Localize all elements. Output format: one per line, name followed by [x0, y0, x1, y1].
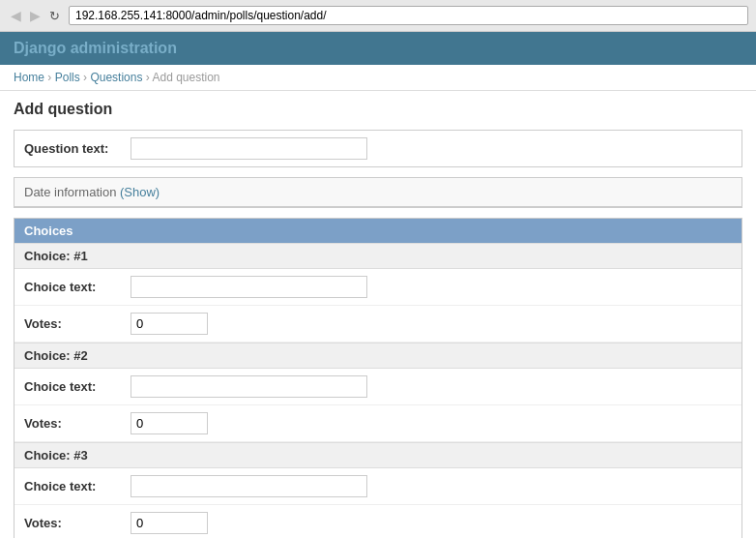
choice-3-votes-row: Votes:: [15, 505, 741, 538]
choice-2-votes-input[interactable]: [131, 412, 208, 434]
question-form-section: Question text:: [14, 130, 742, 167]
admin-header-title: Django administration: [14, 40, 177, 56]
page-title: Add question: [14, 101, 742, 118]
question-text-input[interactable]: [131, 137, 367, 160]
back-button[interactable]: ◀: [8, 7, 24, 24]
choice-3-text-label: Choice text:: [24, 479, 131, 493]
date-section-header: Date information (Show): [15, 178, 741, 207]
choice-1-votes-row: Votes:: [15, 306, 741, 343]
question-text-row: Question text:: [15, 131, 741, 166]
choices-header: Choices: [15, 219, 741, 243]
date-section-label: Date information: [24, 185, 116, 199]
choice-1-votes-label: Votes:: [24, 316, 131, 331]
choice-1-text-row: Choice text:: [15, 269, 741, 306]
choice-2-text-row: Choice text:: [15, 369, 741, 405]
admin-header: Django administration: [0, 32, 756, 65]
breadcrumb-home[interactable]: Home: [14, 71, 44, 84]
choice-3-votes-label: Votes:: [24, 516, 131, 530]
refresh-button[interactable]: ↻: [46, 8, 63, 24]
url-bar[interactable]: [69, 6, 748, 25]
choice-1-text-input[interactable]: [131, 276, 367, 298]
date-section: Date information (Show): [14, 177, 742, 208]
question-text-label: Question text:: [24, 141, 131, 156]
date-section-toggle[interactable]: (Show): [120, 185, 160, 199]
choice-1-text-label: Choice text:: [24, 280, 131, 294]
breadcrumb-current: Add question: [152, 71, 219, 84]
choices-section: Choices Choice: #1 Choice text: Votes: C…: [14, 218, 742, 538]
choice-1-header: Choice: #1: [15, 243, 741, 269]
breadcrumb-questions[interactable]: Questions: [90, 71, 142, 84]
choice-2-header: Choice: #2: [15, 343, 741, 369]
choice-2-text-input[interactable]: [131, 375, 367, 398]
forward-button[interactable]: ▶: [27, 7, 44, 24]
choice-2-text-label: Choice text:: [24, 379, 131, 394]
choice-3-header: Choice: #3: [15, 442, 741, 468]
choice-2-votes-label: Votes:: [24, 416, 131, 431]
choice-2-votes-row: Votes:: [15, 405, 741, 442]
choice-3-text-input[interactable]: [131, 475, 367, 497]
choice-3-text-row: Choice text:: [15, 468, 741, 505]
breadcrumb: Home › Polls › Questions › Add question: [0, 65, 756, 91]
main-content: Add question Question text: Date informa…: [0, 91, 756, 538]
breadcrumb-polls[interactable]: Polls: [55, 71, 80, 84]
nav-buttons[interactable]: ◀ ▶ ↻: [8, 7, 63, 24]
browser-chrome: ◀ ▶ ↻: [0, 0, 756, 32]
choice-3-votes-input[interactable]: [131, 512, 208, 534]
choice-1-votes-input[interactable]: [131, 313, 208, 335]
